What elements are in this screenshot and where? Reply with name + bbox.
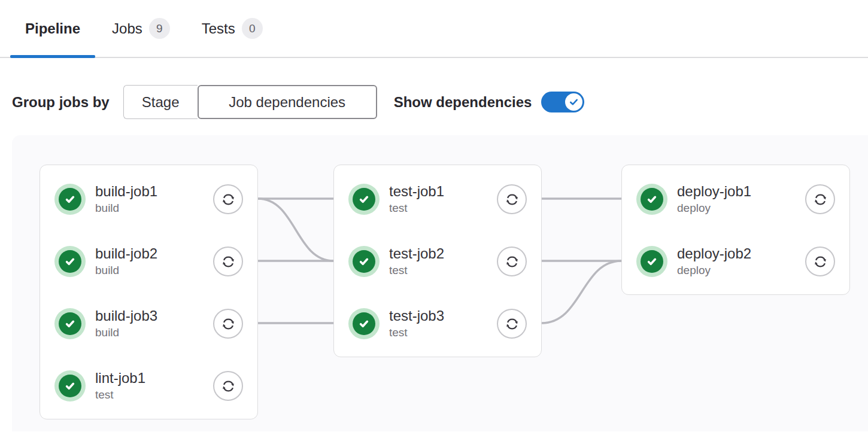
job-group-card: deploy-job1deploydeploy-job2deploy (621, 165, 850, 295)
job-stage: build (95, 264, 157, 278)
status-success-icon (54, 246, 86, 277)
retry-icon (504, 254, 520, 270)
tab-jobs-label: Jobs (112, 20, 142, 37)
job-stage: test (389, 202, 444, 215)
job-group-card: test-job1testtest-job2testtest-job3test (333, 165, 542, 357)
group-by-job-dependencies-button[interactable]: Job dependencies (198, 85, 377, 119)
status-success-icon (348, 184, 380, 215)
status-success-icon (348, 308, 380, 339)
job-name: test-job2 (389, 245, 444, 263)
retry-icon (812, 191, 828, 208)
group-by-stage-button[interactable]: Stage (123, 85, 198, 119)
tab-pipeline-label: Pipeline (25, 20, 80, 37)
job-row[interactable]: lint-job1test (40, 364, 257, 407)
job-text: test-job1test (389, 183, 444, 215)
show-dependencies-toggle[interactable] (541, 92, 584, 112)
job-text: test-job3test (389, 308, 444, 340)
retry-icon (504, 316, 520, 332)
retry-job-button[interactable] (213, 371, 243, 401)
job-text: test-job2test (389, 245, 444, 278)
status-success-icon (348, 246, 380, 277)
group-jobs-by-segmented-control: Stage Job dependencies (123, 85, 377, 119)
show-dependencies-label: Show dependencies (394, 94, 532, 111)
retry-job-button[interactable] (213, 309, 243, 339)
job-name: lint-job1 (95, 370, 145, 387)
job-name: deploy-job1 (677, 183, 751, 200)
retry-job-button[interactable] (497, 247, 527, 276)
job-text: deploy-job2deploy (677, 245, 751, 278)
retry-icon (220, 316, 236, 332)
job-row[interactable]: test-job1test (334, 178, 541, 221)
retry-job-button[interactable] (497, 184, 527, 214)
job-stage: test (95, 388, 145, 402)
job-name: deploy-job2 (677, 245, 751, 263)
retry-icon (504, 191, 520, 208)
status-success-icon (636, 184, 667, 215)
job-stage: deploy (677, 264, 751, 278)
tab-pipeline[interactable]: Pipeline (10, 0, 95, 57)
graph-controls: Group jobs by Stage Job dependencies Sho… (12, 85, 868, 119)
job-row[interactable]: test-job2test (334, 240, 541, 283)
job-group-card: build-job1buildbuild-job2buildbuild-job3… (40, 165, 258, 419)
status-success-icon (54, 184, 86, 215)
status-success-icon (636, 246, 667, 277)
job-name: build-job3 (95, 308, 157, 325)
job-text: build-job1build (95, 183, 157, 215)
job-text: deploy-job1deploy (677, 183, 751, 215)
job-row[interactable]: test-job3test (334, 302, 541, 345)
pipeline-tab-bar: Pipeline Jobs 9 Tests 0 (0, 0, 868, 58)
job-row[interactable]: deploy-job2deploy (622, 240, 849, 283)
dependency-link (542, 261, 621, 323)
tab-jobs[interactable]: Jobs 9 (97, 0, 185, 57)
tests-count-badge: 0 (242, 18, 263, 39)
retry-icon (812, 254, 828, 270)
retry-icon (220, 254, 236, 270)
job-row[interactable]: deploy-job1deploy (622, 178, 849, 221)
toggle-check-icon (568, 96, 579, 108)
tab-tests[interactable]: Tests 0 (187, 0, 278, 57)
job-text: lint-job1test (95, 370, 145, 402)
status-success-icon (54, 308, 86, 339)
status-success-icon (54, 370, 86, 401)
dependency-link (258, 199, 333, 261)
job-name: test-job1 (389, 183, 444, 200)
job-name: build-job1 (95, 183, 157, 200)
job-stage: test (389, 264, 444, 278)
job-stage: build (95, 326, 157, 340)
jobs-count-badge: 9 (149, 18, 170, 39)
job-stage: build (95, 202, 157, 215)
job-name: build-job2 (95, 245, 157, 263)
job-row[interactable]: build-job2build (40, 240, 257, 283)
job-name: test-job3 (389, 308, 444, 325)
retry-job-button[interactable] (805, 184, 835, 214)
retry-job-button[interactable] (805, 247, 835, 276)
job-text: build-job3build (95, 308, 157, 340)
group-jobs-by-label: Group jobs by (12, 94, 110, 111)
job-stage: deploy (677, 202, 751, 215)
active-tab-underline (10, 55, 95, 58)
retry-job-button[interactable] (497, 309, 527, 339)
tab-tests-label: Tests (202, 20, 235, 37)
job-stage: test (389, 326, 444, 340)
job-row[interactable]: build-job1build (40, 178, 257, 221)
pipeline-graph: build-job1buildbuild-job2buildbuild-job3… (12, 135, 868, 431)
job-row[interactable]: build-job3build (40, 302, 257, 345)
retry-job-button[interactable] (213, 184, 243, 214)
retry-icon (220, 378, 236, 394)
retry-job-button[interactable] (213, 247, 243, 276)
toggle-knob (565, 93, 582, 111)
job-text: build-job2build (95, 245, 157, 278)
retry-icon (220, 191, 236, 208)
